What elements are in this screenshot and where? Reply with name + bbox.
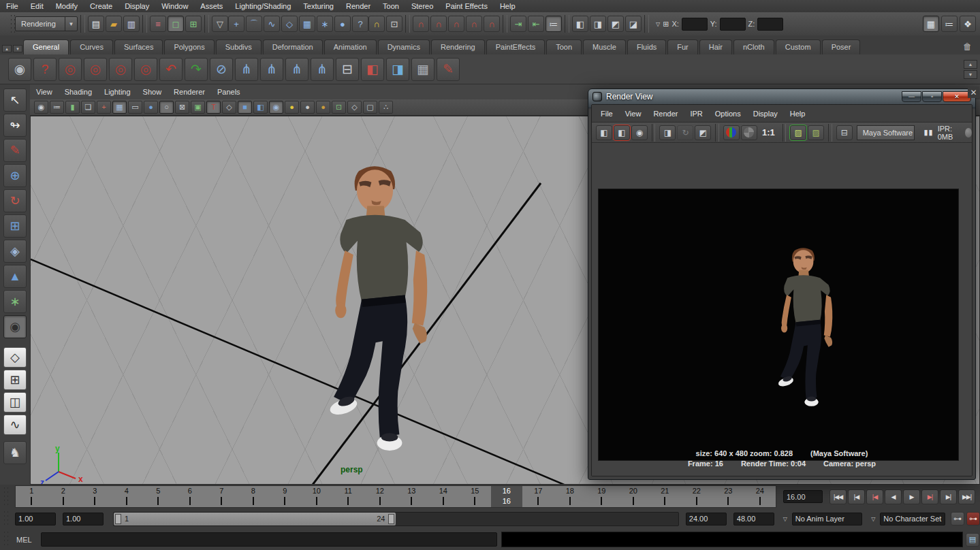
mask-handles-icon[interactable]: + bbox=[228, 16, 244, 32]
menu-display[interactable]: Display bbox=[118, 0, 155, 12]
menu-modify[interactable]: Modify bbox=[50, 0, 84, 12]
outliner-persp-layout-icon[interactable]: ◫ bbox=[3, 392, 27, 413]
soft-modification-icon[interactable]: ▲ bbox=[3, 265, 27, 288]
resolution-gate-icon[interactable]: ● bbox=[144, 101, 158, 114]
tab-fluids[interactable]: Fluids bbox=[627, 39, 666, 54]
tab-poser[interactable]: Poser bbox=[822, 39, 861, 54]
paint-tool-icon[interactable]: ✎ bbox=[437, 58, 460, 81]
ungroup-icon[interactable]: ⋔ bbox=[260, 58, 283, 81]
rendered-image[interactable] bbox=[598, 189, 959, 461]
character-model[interactable] bbox=[304, 161, 444, 454]
pause-ipr-icon[interactable]: ▮▮ bbox=[924, 128, 934, 137]
menu-set-selector[interactable]: Rendering ▼ bbox=[15, 16, 78, 31]
anim-layer-selector[interactable]: No Anim Layer bbox=[792, 513, 863, 525]
gate-mask-icon[interactable]: ○ bbox=[159, 101, 174, 114]
chevron-down-icon[interactable]: ▽ bbox=[656, 21, 660, 27]
camera-track-icon[interactable]: ◎ bbox=[84, 58, 107, 81]
timeline-frame[interactable]: 20 bbox=[618, 486, 650, 507]
wireframe-on-shaded-icon[interactable]: ◇ bbox=[347, 101, 362, 114]
select-component-icon[interactable]: ⊞ bbox=[185, 16, 202, 32]
attribute-editor-icon[interactable]: ❖ bbox=[960, 16, 976, 32]
tab-polygons[interactable]: Polygons bbox=[164, 39, 214, 54]
graph-persp-layout-icon[interactable]: ∿ bbox=[3, 415, 27, 435]
snap-to-curve-icon[interactable]: ∩ bbox=[430, 16, 447, 32]
mask-surfaces-icon[interactable]: ◇ bbox=[281, 16, 298, 32]
output-connections-icon[interactable]: ⇤ bbox=[528, 16, 544, 32]
time-slider[interactable]: 1 2 3 4 5 bbox=[15, 485, 776, 508]
renderer-selector[interactable]: Maya Software bbox=[857, 125, 915, 140]
tab-fur[interactable]: Fur bbox=[667, 39, 698, 54]
panel-menu-renderer[interactable]: Renderer bbox=[168, 86, 211, 98]
channel-box-icon[interactable]: ▦ bbox=[923, 16, 939, 32]
timeline-frame[interactable]: 8 bbox=[238, 486, 270, 507]
group-icon[interactable]: ⋔ bbox=[235, 58, 258, 81]
timeline-frame[interactable]: 11 bbox=[332, 486, 364, 507]
redo-icon[interactable]: ↷ bbox=[185, 58, 208, 81]
rv-menu-file[interactable]: File bbox=[595, 108, 619, 120]
divider[interactable] bbox=[503, 15, 507, 33]
rv-menu-display[interactable]: Display bbox=[747, 108, 784, 120]
mask-rendering-icon[interactable]: ● bbox=[334, 16, 351, 32]
timeline-frame[interactable]: 6 bbox=[174, 486, 206, 507]
range-start-handle[interactable] bbox=[115, 514, 121, 524]
universal-manipulator-icon[interactable]: ◈ bbox=[3, 240, 27, 263]
chevron-down-icon[interactable]: ▽ bbox=[868, 516, 879, 522]
menu-toon[interactable]: Toon bbox=[377, 0, 405, 12]
redo-previous-render-icon[interactable]: ◧ bbox=[614, 125, 630, 140]
render-view-titlebar[interactable]: Render View —▫✕ bbox=[588, 89, 975, 104]
film-gate-icon[interactable]: ▭ bbox=[128, 101, 142, 114]
plugin-shading-icon[interactable]: ∴ bbox=[379, 101, 393, 114]
set-key-icon[interactable]: ⊶ bbox=[951, 512, 964, 525]
new-scene-icon[interactable]: ▤ bbox=[88, 16, 104, 32]
tab-general[interactable]: General bbox=[23, 39, 69, 54]
y-coordinate-field[interactable] bbox=[720, 18, 746, 31]
timeline-frame[interactable]: 24 bbox=[744, 486, 776, 507]
timeline-frame[interactable]: 9 bbox=[269, 486, 301, 507]
section-grip[interactable] bbox=[8, 12, 15, 35]
shelf-scroll-down-icon[interactable]: ▼ bbox=[964, 70, 977, 79]
construction-history-icon[interactable]: ≔ bbox=[546, 16, 562, 32]
close-button[interactable]: ✕ bbox=[943, 91, 971, 102]
tab-toon[interactable]: Toon bbox=[546, 39, 582, 54]
step-forward-frame-button[interactable]: ▶| bbox=[940, 489, 957, 504]
snapshot-icon[interactable]: ◉ bbox=[631, 125, 648, 140]
tab-painteffects[interactable]: PaintEffects bbox=[486, 39, 546, 54]
refresh-ipr-icon[interactable]: ↻ bbox=[677, 125, 693, 140]
section-grip[interactable] bbox=[1, 485, 8, 507]
occlusion-icon[interactable]: ● bbox=[316, 101, 330, 114]
playback-start-field[interactable] bbox=[63, 513, 104, 525]
ipr-render-icon[interactable]: ◩ bbox=[607, 16, 624, 32]
isolate-select-icon[interactable]: ⊡ bbox=[332, 101, 346, 114]
safe-title-icon[interactable]: T bbox=[206, 101, 221, 114]
bookmark-icon[interactable]: ▮ bbox=[65, 101, 80, 114]
camera-tumble-icon[interactable]: ◎ bbox=[59, 58, 82, 81]
select-hierarchy-icon[interactable]: ≡ bbox=[150, 16, 166, 32]
project-window-icon[interactable]: ◉ bbox=[8, 58, 31, 81]
region-render-icon[interactable]: ◩ bbox=[695, 125, 711, 140]
tool-settings-icon[interactable]: ≔ bbox=[941, 16, 958, 32]
step-forward-key-button[interactable]: ▶| bbox=[921, 489, 938, 504]
timeline-frame[interactable]: 2 bbox=[48, 486, 80, 507]
help-line-icon[interactable]: ? bbox=[33, 58, 57, 81]
lasso-tool-icon[interactable]: ↬ bbox=[3, 114, 27, 137]
divider[interactable] bbox=[80, 15, 85, 33]
mask-expand-icon[interactable]: ▽ bbox=[212, 16, 228, 32]
range-end-handle[interactable] bbox=[388, 514, 394, 524]
section-grip[interactable] bbox=[1, 529, 8, 548]
ipr-render-icon[interactable]: ◨ bbox=[659, 125, 676, 140]
timeline-frame[interactable]: 3 bbox=[79, 486, 111, 507]
camera-dolly-icon[interactable]: ◎ bbox=[109, 58, 132, 81]
playback-range-bar[interactable]: 1 24 bbox=[114, 513, 396, 525]
z-coordinate-field[interactable] bbox=[757, 18, 783, 31]
field-chart-icon[interactable]: ⊠ bbox=[175, 101, 189, 114]
undo-icon[interactable]: ↶ bbox=[159, 58, 183, 81]
panel-menu-lighting[interactable]: Lighting bbox=[98, 86, 137, 98]
duplicate-object-icon[interactable]: ◧ bbox=[361, 58, 384, 81]
section-grip[interactable] bbox=[1, 508, 8, 528]
rv-menu-options[interactable]: Options bbox=[709, 108, 747, 120]
go-to-end-button[interactable]: ▶▶| bbox=[958, 489, 975, 504]
tab-deformation[interactable]: Deformation bbox=[263, 39, 323, 54]
open-scene-icon[interactable]: ▰ bbox=[106, 16, 122, 32]
playback-end-field[interactable] bbox=[686, 513, 727, 525]
divider[interactable] bbox=[644, 15, 649, 33]
